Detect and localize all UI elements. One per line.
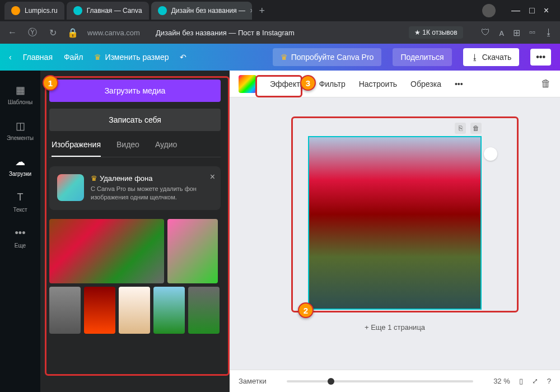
add-page-button[interactable]: + Еще 1 страница — [365, 323, 425, 332]
rail-text[interactable]: TТекст — [0, 185, 40, 218]
undo-icon[interactable]: ↶ — [180, 53, 186, 62]
thumbnail-grid — [49, 219, 221, 334]
rotate-handle[interactable] — [484, 147, 497, 161]
maximize-icon[interactable]: □ — [529, 6, 535, 16]
page-grid-icon[interactable]: ▯ — [519, 377, 523, 385]
resize-button[interactable]: ♛Изменить размер — [94, 53, 169, 62]
filter-button[interactable]: Фильтр — [319, 80, 346, 88]
marker-3: 3 — [300, 75, 316, 91]
address-bar: ← Ⓨ ↻ 🔒 www.canva.com Дизайн без названи… — [0, 21, 560, 44]
minimize-icon[interactable]: — — [511, 6, 520, 16]
page-title: Дизайн без названия — Пост в Instagram — [156, 29, 295, 37]
canvas-area: Эффекты Фильтр Настроить Обрезка ••• 🗑 ⎘… — [230, 71, 560, 392]
bottom-bar: Заметки 32 % ▯ ⤢ ? — [230, 370, 560, 392]
extensions-icon[interactable]: ⊞ — [513, 27, 520, 38]
close-icon[interactable]: × — [210, 172, 215, 182]
app-header: ‹ Главная Файл ♛Изменить размер ↶ ♛Попро… — [0, 44, 560, 71]
more-button[interactable]: ••• — [455, 80, 463, 88]
marker-1: 1 — [43, 75, 58, 91]
help-icon[interactable]: ? — [547, 377, 551, 385]
tab-label: Дизайн без названия — — [171, 7, 245, 15]
upload-thumbnail[interactable] — [49, 219, 164, 283]
favicon — [158, 6, 167, 15]
tab-label: Lumpics.ru — [25, 7, 58, 15]
notes-button[interactable]: Заметки — [239, 377, 267, 385]
translate-icon[interactable]: ᴀ — [499, 27, 504, 38]
uploads-panel: Загрузить медиа Записать себя Изображени… — [40, 71, 230, 392]
favicon — [11, 6, 20, 15]
favicon — [73, 6, 82, 15]
selected-image[interactable] — [308, 136, 482, 310]
tab-label: Главная — Canva — [87, 7, 142, 15]
crop-button[interactable]: Обрезка — [410, 80, 441, 88]
upload-thumbnail[interactable] — [49, 287, 81, 334]
record-yourself-button[interactable]: Записать себя — [49, 109, 221, 131]
templates-icon: ▦ — [13, 83, 27, 97]
bg-remove-promo: ♛Удаление фона С Canva Pro вы можете уда… — [49, 166, 221, 210]
collections-icon[interactable]: ▫▫ — [529, 27, 535, 38]
more-icon: ••• — [13, 227, 27, 240]
upload-thumbnail[interactable] — [119, 287, 150, 334]
crown-icon: ♛ — [281, 53, 288, 62]
rail-more[interactable]: •••Еще — [0, 221, 40, 254]
tab-video[interactable]: Видео — [116, 140, 139, 157]
zoom-slider[interactable] — [287, 380, 473, 382]
try-pro-button[interactable]: ♛Попробуйте Canva Pro — [273, 48, 382, 66]
close-icon[interactable]: × — [250, 7, 252, 15]
download-button[interactable]: ⭳Скачать — [463, 48, 520, 66]
zoom-value[interactable]: 32 % — [493, 377, 510, 385]
rail-templates[interactable]: ▦Шаблоны — [0, 77, 40, 111]
crown-icon: ♛ — [94, 53, 101, 62]
browser-tab-active[interactable]: Дизайн без названия — × — [151, 2, 252, 20]
elements-icon: ◫ — [13, 119, 27, 133]
upload-media-button[interactable]: Загрузить медиа — [49, 80, 221, 102]
rail-uploads[interactable]: ☁Загрузки — [0, 149, 40, 183]
slider-thumb[interactable] — [328, 378, 334, 385]
more-button[interactable]: ••• — [530, 49, 551, 66]
reload-icon[interactable]: ↻ — [47, 27, 58, 38]
browser-tab[interactable]: Главная — Canva — [67, 2, 149, 20]
duplicate-page-icon[interactable]: ⎘ — [455, 123, 466, 134]
upload-thumbnail[interactable] — [84, 287, 115, 334]
tab-images[interactable]: Изображения — [52, 140, 101, 157]
text-icon: T — [13, 191, 27, 204]
download-icon[interactable]: ⭳ — [544, 27, 553, 38]
tab-audio[interactable]: Аудио — [155, 140, 178, 157]
fullscreen-icon[interactable]: ⤢ — [532, 377, 538, 385]
crown-icon: ♛ — [91, 174, 97, 183]
browser-tab[interactable]: Lumpics.ru — [4, 2, 64, 20]
upload-thumbnail[interactable] — [153, 287, 185, 334]
adjust-button[interactable]: Настроить — [359, 80, 397, 88]
media-tabs: Изображения Видео Аудио — [49, 140, 221, 157]
promo-title: ♛Удаление фона — [91, 174, 213, 183]
promo-icon — [57, 174, 84, 201]
shield-icon[interactable]: 🛡 — [481, 27, 490, 38]
upload-thumbnail[interactable] — [188, 287, 220, 334]
close-icon[interactable]: × — [544, 6, 549, 16]
window-controls: — □ × — [505, 6, 556, 16]
share-button[interactable]: Поделиться — [393, 48, 451, 66]
canvas-viewport[interactable]: ⎘ 🗑 + Еще 1 страница — [230, 97, 560, 370]
upload-thumbnail[interactable] — [167, 219, 218, 283]
cloud-upload-icon: ☁ — [13, 155, 27, 169]
browser-tab-strip: Lumpics.ru Главная — Canva Дизайн без на… — [0, 0, 560, 21]
delete-page-icon[interactable]: 🗑 — [470, 123, 482, 134]
lock-icon: 🔒 — [67, 27, 78, 38]
new-tab-button[interactable]: + — [254, 3, 270, 18]
image-toolbar: Эффекты Фильтр Настроить Обрезка ••• 🗑 — [230, 71, 560, 97]
rail-elements[interactable]: ◫Элементы — [0, 113, 40, 147]
download-icon: ⭳ — [471, 53, 479, 62]
trash-icon[interactable]: 🗑 — [541, 78, 551, 90]
back-icon[interactable]: ← — [7, 27, 18, 38]
marker-2: 2 — [298, 302, 314, 318]
yandex-icon[interactable]: Ⓨ — [27, 27, 38, 39]
reviews-badge[interactable]: ★ 1К отзывов — [409, 26, 463, 39]
file-menu[interactable]: Файл — [64, 53, 83, 62]
color-picker[interactable] — [239, 75, 256, 93]
promo-desc: С Canva Pro вы можете удалить фон изобра… — [91, 185, 213, 202]
profile-avatar[interactable] — [482, 4, 496, 17]
back-button[interactable]: ‹ — [9, 53, 12, 62]
left-rail: ▦Шаблоны ◫Элементы ☁Загрузки TТекст •••Е… — [0, 71, 40, 392]
url-text[interactable]: www.canva.com — [87, 29, 140, 37]
home-button[interactable]: Главная — [23, 53, 53, 62]
